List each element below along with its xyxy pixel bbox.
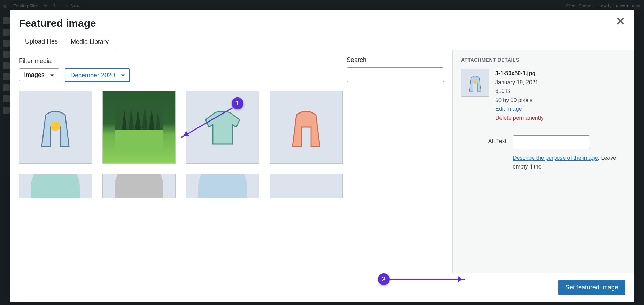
hoodie-icon	[282, 103, 331, 151]
attachment-dimensions: 50 by 50 pixels	[495, 96, 544, 105]
filter-type-wrap: Images	[19, 68, 59, 82]
media-item[interactable]	[186, 91, 259, 164]
filter-type-select[interactable]: Images	[19, 68, 59, 81]
svg-point-0	[51, 121, 60, 131]
media-item[interactable]	[270, 91, 343, 164]
media-modal: Featured image ✕ Upload files Media Libr…	[10, 10, 634, 302]
attachment-thumbnail	[461, 69, 489, 97]
media-grid	[19, 91, 444, 198]
svg-point-9	[473, 81, 477, 84]
media-grid-scroll[interactable]	[10, 88, 452, 273]
media-item[interactable]	[19, 174, 92, 198]
media-item[interactable]	[186, 174, 259, 198]
media-item[interactable]	[102, 174, 176, 198]
filter-date-wrap: December 2020	[65, 68, 130, 82]
close-icon[interactable]: ✕	[615, 15, 625, 27]
search-input[interactable]	[347, 67, 444, 82]
hoodie-icon	[31, 103, 80, 151]
modal-footer: Set featured image	[10, 273, 634, 302]
modal-content: Filter media Images December 2020	[10, 50, 634, 273]
tab-bar: Upload files Media Library	[10, 33, 634, 50]
filter-media-label: Filter media	[19, 57, 130, 65]
attachment-filename: 3-1-50x50-1.jpg	[495, 70, 536, 76]
set-featured-image-button[interactable]: Set featured image	[558, 280, 625, 295]
annotation-number-2: 2	[378, 273, 390, 285]
media-item[interactable]	[270, 174, 343, 198]
alt-text-label: Alt Text	[461, 135, 506, 144]
divider	[461, 129, 625, 129]
svg-rect-2	[115, 130, 163, 151]
details-heading: ATTACHMENT DETAILS	[461, 57, 625, 63]
edit-image-link[interactable]: Edit Image	[495, 104, 544, 114]
delete-permanently-link[interactable]: Delete permanently	[495, 114, 544, 123]
annotation-arrow-2	[390, 279, 465, 280]
media-toolbar: Filter media Images December 2020	[10, 50, 452, 88]
alt-text-input[interactable]	[513, 135, 590, 149]
media-main: Filter media Images December 2020	[10, 50, 452, 273]
annotation-number-1: 1	[232, 97, 243, 109]
filter-date-select[interactable]: December 2020	[65, 68, 130, 82]
shirt-icon	[198, 103, 247, 151]
search-label: Search	[347, 56, 444, 64]
hoodie-icon	[465, 72, 486, 93]
attachment-date: January 19, 2021	[495, 78, 544, 87]
alt-text-help: Describe the purpose of the image. Leave…	[513, 154, 625, 171]
attachment-details: ATTACHMENT DETAILS 3-1-50x50-1.jpg Janua…	[452, 50, 634, 273]
media-item[interactable]	[102, 91, 176, 164]
tab-upload-files[interactable]: Upload files	[19, 34, 64, 50]
describe-purpose-link[interactable]: Describe the purpose of the image	[513, 155, 598, 161]
attachment-filesize: 650 B	[495, 87, 544, 96]
tab-media-library[interactable]: Media Library	[64, 34, 115, 50]
media-item[interactable]	[19, 91, 92, 164]
modal-title: Featured image	[10, 10, 634, 33]
forest-image	[115, 103, 163, 151]
